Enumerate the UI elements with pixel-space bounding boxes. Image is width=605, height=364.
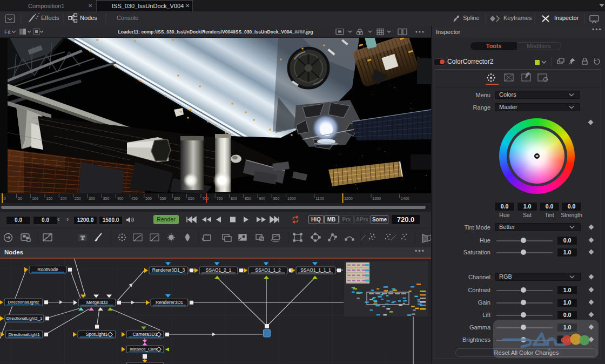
svg-text:150: 150 xyxy=(46,197,53,200)
svg-text:600: 600 xyxy=(174,197,180,200)
svg-text:200: 200 xyxy=(60,197,67,200)
svg-text:Instance_Cam...: Instance_Cam... xyxy=(130,347,160,352)
svg-text:850: 850 xyxy=(245,197,251,200)
svg-text:Merge3D3: Merge3D3 xyxy=(86,300,108,305)
svg-text:Renderer3D1: Renderer3D1 xyxy=(156,300,183,305)
svg-text:100: 100 xyxy=(32,197,38,200)
svg-text:1300: 1300 xyxy=(373,197,381,200)
svg-text:250: 250 xyxy=(75,197,81,200)
svg-text:500: 500 xyxy=(145,197,152,200)
svg-text:900: 900 xyxy=(259,197,266,200)
svg-text:50: 50 xyxy=(18,197,22,200)
svg-text:450: 450 xyxy=(131,197,138,200)
svg-text:RootNode: RootNode xyxy=(37,267,58,272)
svg-text:DirectionalLight2_1: DirectionalLight2_1 xyxy=(6,316,43,321)
svg-text:SpotLight1: SpotLight1 xyxy=(86,332,108,337)
svg-text:T: T xyxy=(80,234,85,241)
svg-text:350: 350 xyxy=(103,197,110,200)
svg-text:DirectionalLight1: DirectionalLight1 xyxy=(8,332,39,337)
svg-text:Loader11: comp:\ISS_030_IssUnD: Loader11: comp:\ISS_030_IssUnDock\Render… xyxy=(118,29,313,35)
svg-text:1100: 1100 xyxy=(316,197,324,200)
svg-text:300: 300 xyxy=(89,197,95,200)
svg-text:1400: 1400 xyxy=(401,197,409,200)
svg-text:800: 800 xyxy=(231,197,237,200)
svg-text:0: 0 xyxy=(4,197,6,200)
svg-text:950: 950 xyxy=(273,197,280,200)
svg-text:Fit: Fit xyxy=(4,29,11,35)
svg-text:700: 700 xyxy=(202,197,209,200)
svg-text:650: 650 xyxy=(188,197,194,200)
svg-text:0.0: 0.0 xyxy=(561,337,569,343)
svg-text:1200: 1200 xyxy=(344,197,353,200)
svg-text:SSAO1_1_1_1: SSAO1_1_1_1 xyxy=(300,267,331,273)
svg-text:SSAO1_1_2: SSAO1_1_2 xyxy=(255,267,281,273)
svg-text:SSAO1_2_1: SSAO1_2_1 xyxy=(206,267,232,273)
svg-text:550: 550 xyxy=(160,197,166,200)
svg-text:750: 750 xyxy=(217,197,223,200)
svg-text:DirectionalLight2: DirectionalLight2 xyxy=(8,300,39,305)
svg-text:400: 400 xyxy=(117,197,124,200)
svg-text:1000: 1000 xyxy=(287,197,296,200)
svg-text:Camera3D1: Camera3D1 xyxy=(133,332,158,337)
svg-text:Renderer3D1_3: Renderer3D1_3 xyxy=(152,267,185,273)
